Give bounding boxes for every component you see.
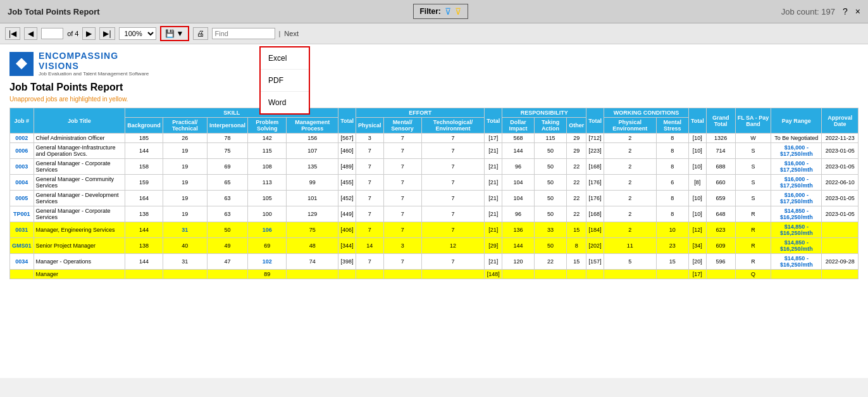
table-cell: 144 bbox=[502, 143, 535, 159]
first-page-button[interactable]: |◀ bbox=[5, 27, 20, 40]
table-cell: 22 bbox=[534, 254, 566, 270]
col-job-title: Job Title bbox=[34, 108, 125, 134]
table-cell: S bbox=[735, 191, 771, 206]
col-total2: Total bbox=[485, 108, 502, 134]
export-pdf[interactable]: PDF bbox=[261, 70, 309, 92]
table-cell: 2023-01-05 bbox=[822, 191, 859, 206]
find-separator: | bbox=[279, 30, 281, 37]
table-cell: 7 bbox=[421, 159, 485, 175]
table-cell bbox=[567, 270, 586, 279]
table-cell: Manager, Engineering Services bbox=[34, 222, 125, 238]
page-input[interactable]: 1 bbox=[41, 28, 63, 39]
table-cell: 144 bbox=[125, 222, 163, 238]
prev-page-button[interactable]: ◀ bbox=[24, 27, 37, 40]
table-cell: [17] bbox=[688, 270, 706, 279]
table-cell bbox=[163, 270, 207, 279]
table-cell bbox=[822, 238, 859, 254]
table-cell: 22 bbox=[567, 191, 586, 206]
table-cell: 50 bbox=[534, 175, 566, 191]
zoom-select[interactable]: 100% 75% 50% 125% 150% bbox=[119, 27, 156, 40]
table-cell: R bbox=[735, 254, 771, 270]
save-dropdown-button[interactable]: 💾 ▼ bbox=[160, 26, 189, 41]
filter-active-icon[interactable]: ⊽ bbox=[445, 6, 451, 16]
table-cell: 136 bbox=[502, 222, 535, 238]
table-cell: 65 bbox=[207, 175, 247, 191]
table-cell: 75 bbox=[287, 222, 338, 238]
table-cell: 7 bbox=[421, 206, 485, 222]
table-row: 0034Manager - Operations144314710274[398… bbox=[10, 254, 859, 270]
table-cell: 101 bbox=[287, 191, 338, 206]
table-cell bbox=[822, 270, 859, 279]
table-cell bbox=[604, 270, 657, 279]
table-cell bbox=[771, 270, 822, 279]
next-page-button[interactable]: ▶ bbox=[82, 27, 96, 40]
table-cell: 688 bbox=[706, 159, 735, 175]
table-cell: $14,850 - $16,250/mth bbox=[771, 238, 822, 254]
table-cell: W bbox=[735, 134, 771, 143]
table-cell: 2 bbox=[604, 222, 657, 238]
table-cell: 104 bbox=[502, 191, 535, 206]
table-cell: 8 bbox=[656, 159, 688, 175]
table-cell: Manager - Operations bbox=[34, 254, 125, 270]
table-cell: 0006 bbox=[10, 143, 34, 159]
table-cell bbox=[706, 270, 735, 279]
table-cell: [148] bbox=[485, 270, 502, 279]
table-cell: 26 bbox=[163, 134, 207, 143]
col-physical: Physical bbox=[356, 118, 384, 134]
col-interpersonal: Interpersonal bbox=[207, 118, 247, 134]
report-note: Unapproved jobs are highlighted in yello… bbox=[9, 96, 859, 103]
table-cell: 7 bbox=[421, 143, 485, 159]
export-word[interactable]: Word bbox=[261, 92, 309, 113]
table-cell: 69 bbox=[207, 159, 247, 175]
col-total4: Total bbox=[688, 108, 706, 134]
table-cell: 144 bbox=[125, 143, 163, 159]
table-cell: Senior Project Manager bbox=[34, 238, 125, 254]
group-working: WORKING CONDITIONS bbox=[604, 108, 689, 118]
table-cell: 659 bbox=[706, 191, 735, 206]
logo-subtitle: Job Evaluation and Talent Management Sof… bbox=[39, 71, 149, 77]
help-button[interactable]: ? bbox=[843, 6, 848, 16]
filter-box: Filter: ⊽ ⊽ bbox=[413, 4, 468, 19]
table-cell: 7 bbox=[421, 254, 485, 270]
table-cell: 40 bbox=[163, 238, 207, 254]
table-cell: [567] bbox=[338, 134, 356, 143]
logo-title-line1: ENCOMPASSING bbox=[39, 51, 149, 61]
table-cell: 19 bbox=[163, 206, 207, 222]
table-cell: General Manager - Development Services bbox=[34, 191, 125, 206]
col-approval: Approval Date bbox=[822, 108, 859, 134]
col-management: Management Process bbox=[287, 118, 338, 134]
table-cell: 75 bbox=[207, 143, 247, 159]
table-cell: 107 bbox=[287, 143, 338, 159]
filter-clear-icon[interactable]: ⊽ bbox=[455, 6, 461, 16]
find-input[interactable] bbox=[212, 28, 275, 39]
table-cell bbox=[207, 270, 247, 279]
export-excel[interactable]: Excel bbox=[261, 47, 309, 70]
table-cell: 2 bbox=[604, 175, 657, 191]
print-button[interactable]: 🖨 bbox=[193, 27, 208, 40]
table-cell: 115 bbox=[247, 143, 286, 159]
table-row: 0005General Manager - Development Servic… bbox=[10, 191, 859, 206]
window-controls: Job count: 197 ? × bbox=[781, 6, 860, 16]
table-cell: 7 bbox=[356, 254, 384, 270]
table-cell: 660 bbox=[706, 175, 735, 191]
filter-area: Filter: ⊽ ⊽ bbox=[413, 4, 468, 19]
table-cell: 19 bbox=[163, 159, 207, 175]
table-cell: 2022-11-23 bbox=[822, 134, 859, 143]
col-practical: Practical/ Technical bbox=[163, 118, 207, 134]
find-next-label[interactable]: Next bbox=[284, 30, 299, 37]
table-cell: 0003 bbox=[10, 159, 34, 175]
table-cell: 19 bbox=[163, 143, 207, 159]
col-background: Background bbox=[125, 118, 163, 134]
logo-diamond bbox=[16, 58, 27, 70]
table-cell: 15 bbox=[567, 254, 586, 270]
table-cell: R bbox=[735, 206, 771, 222]
last-page-button[interactable]: ▶| bbox=[99, 27, 115, 40]
table-cell: [10] bbox=[688, 206, 706, 222]
table-cell: 7 bbox=[356, 206, 384, 222]
col-mental: Mental/ Sensory bbox=[383, 118, 421, 134]
report-table: Job # Job Title SKILL Total EFFORT Total… bbox=[9, 108, 859, 279]
close-button[interactable]: × bbox=[855, 6, 860, 16]
table-cell: 10 bbox=[656, 222, 688, 238]
table-cell: 0002 bbox=[10, 134, 34, 143]
table-cell: 7 bbox=[383, 143, 421, 159]
